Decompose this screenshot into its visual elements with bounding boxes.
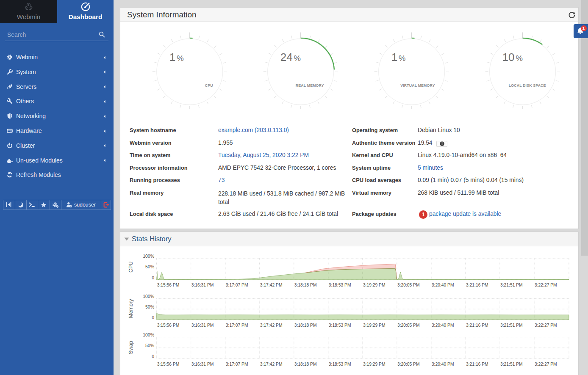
svg-text:3:20:40 PM: 3:20:40 PM bbox=[432, 283, 454, 287]
svg-text:3:20:05 PM: 3:20:05 PM bbox=[397, 323, 420, 327]
svg-text:LOCAL DISK SPACE: LOCAL DISK SPACE bbox=[509, 83, 546, 88]
svg-text:3:18:18 PM: 3:18:18 PM bbox=[294, 362, 317, 367]
svg-text:3:18:53 PM: 3:18:53 PM bbox=[329, 283, 351, 287]
svg-text:3:15:56 PM: 3:15:56 PM bbox=[157, 323, 180, 327]
svg-text:3:15:56 PM: 3:15:56 PM bbox=[157, 362, 180, 367]
svg-text:3:22:27 PM: 3:22:27 PM bbox=[535, 283, 557, 287]
svg-text:3:16:31 PM: 3:16:31 PM bbox=[191, 323, 214, 327]
svg-text:3:21:51 PM: 3:21:51 PM bbox=[500, 283, 523, 287]
svg-text:3:17:42 PM: 3:17:42 PM bbox=[260, 362, 283, 367]
svg-text:50%: 50% bbox=[145, 343, 154, 348]
svg-text:3:19:29 PM: 3:19:29 PM bbox=[363, 323, 386, 327]
svg-text:3:21:51 PM: 3:21:51 PM bbox=[500, 362, 523, 367]
svg-text:3:20:40 PM: 3:20:40 PM bbox=[432, 323, 454, 327]
svg-text:3:18:53 PM: 3:18:53 PM bbox=[329, 362, 351, 367]
svg-text:3:21:16 PM: 3:21:16 PM bbox=[466, 362, 488, 367]
svg-text:0: 0 bbox=[152, 275, 154, 280]
svg-text:3:19:29 PM: 3:19:29 PM bbox=[363, 283, 386, 287]
svg-text:100%: 100% bbox=[143, 332, 154, 337]
svg-text:3:17:07 PM: 3:17:07 PM bbox=[226, 362, 248, 367]
svg-text:3:17:07 PM: 3:17:07 PM bbox=[226, 323, 248, 327]
svg-text:REAL MEMORY: REAL MEMORY bbox=[296, 83, 324, 88]
svg-text:100%: 100% bbox=[143, 293, 154, 298]
svg-text:3:15:56 PM: 3:15:56 PM bbox=[157, 283, 180, 287]
svg-text:3:21:51 PM: 3:21:51 PM bbox=[500, 323, 523, 327]
svg-text:3:22:27 PM: 3:22:27 PM bbox=[535, 323, 557, 327]
svg-text:3:16:31 PM: 3:16:31 PM bbox=[191, 283, 214, 287]
svg-text:100%: 100% bbox=[143, 253, 154, 258]
svg-text:3:18:18 PM: 3:18:18 PM bbox=[294, 323, 317, 327]
svg-text:50%: 50% bbox=[145, 264, 154, 269]
svg-text:3:21:16 PM: 3:21:16 PM bbox=[466, 283, 488, 287]
svg-text:3:17:42 PM: 3:17:42 PM bbox=[260, 323, 283, 327]
svg-text:0: 0 bbox=[152, 353, 154, 358]
svg-text:3:18:53 PM: 3:18:53 PM bbox=[329, 323, 351, 327]
svg-text:3:19:29 PM: 3:19:29 PM bbox=[363, 362, 386, 367]
svg-text:CPU: CPU bbox=[205, 83, 213, 88]
svg-text:3:20:40 PM: 3:20:40 PM bbox=[432, 362, 454, 367]
svg-text:3:17:42 PM: 3:17:42 PM bbox=[260, 283, 283, 287]
svg-text:3:22:27 PM: 3:22:27 PM bbox=[535, 362, 557, 367]
svg-text:3:17:07 PM: 3:17:07 PM bbox=[226, 283, 248, 287]
svg-text:3:18:18 PM: 3:18:18 PM bbox=[294, 283, 317, 287]
svg-text:3:21:16 PM: 3:21:16 PM bbox=[466, 323, 488, 327]
svg-text:50%: 50% bbox=[145, 304, 154, 309]
svg-text:3:16:31 PM: 3:16:31 PM bbox=[191, 362, 214, 367]
svg-text:VIRTUAL MEMORY: VIRTUAL MEMORY bbox=[400, 83, 435, 88]
svg-text:3:20:05 PM: 3:20:05 PM bbox=[397, 283, 420, 287]
svg-text:3:20:05 PM: 3:20:05 PM bbox=[397, 362, 420, 367]
svg-text:0: 0 bbox=[152, 314, 154, 320]
